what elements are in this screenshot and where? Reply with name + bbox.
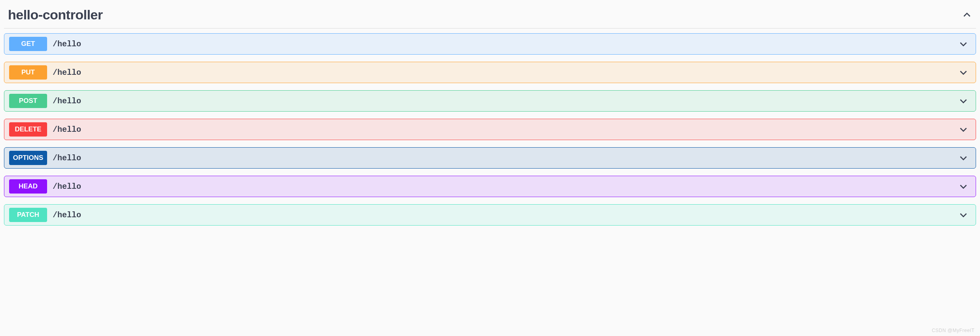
operations-list: GET /hello PUT /hello POST /hello DELETE… — [4, 33, 976, 226]
operation-options-hello[interactable]: OPTIONS /hello — [4, 147, 976, 169]
method-badge: OPTIONS — [9, 151, 47, 165]
operation-patch-hello[interactable]: PATCH /hello — [4, 204, 976, 226]
method-badge: GET — [9, 37, 47, 51]
operation-path: /hello — [53, 182, 958, 191]
tag-title: hello-controller — [8, 7, 103, 23]
operation-delete-hello[interactable]: DELETE /hello — [4, 119, 976, 140]
operation-path: /hello — [53, 211, 958, 220]
chevron-down-icon — [958, 153, 969, 163]
method-badge: HEAD — [9, 179, 47, 194]
operation-path: /hello — [53, 97, 958, 106]
chevron-down-icon — [958, 67, 969, 78]
operation-path: /hello — [53, 125, 958, 134]
method-badge: PUT — [9, 65, 47, 80]
chevron-down-icon — [958, 124, 969, 135]
method-badge: PATCH — [9, 208, 47, 222]
operation-head-hello[interactable]: HEAD /hello — [4, 176, 976, 197]
chevron-down-icon — [958, 210, 969, 220]
method-badge: POST — [9, 94, 47, 108]
operation-path: /hello — [53, 68, 958, 77]
method-badge: DELETE — [9, 122, 47, 137]
chevron-down-icon — [958, 96, 969, 106]
operation-post-hello[interactable]: POST /hello — [4, 90, 976, 112]
operation-get-hello[interactable]: GET /hello — [4, 33, 976, 55]
chevron-up-icon — [962, 10, 972, 20]
chevron-down-icon — [958, 181, 969, 192]
operation-path: /hello — [53, 154, 958, 163]
operation-path: /hello — [53, 40, 958, 49]
operation-put-hello[interactable]: PUT /hello — [4, 62, 976, 83]
tag-header[interactable]: hello-controller — [4, 3, 976, 28]
chevron-down-icon — [958, 39, 969, 49]
